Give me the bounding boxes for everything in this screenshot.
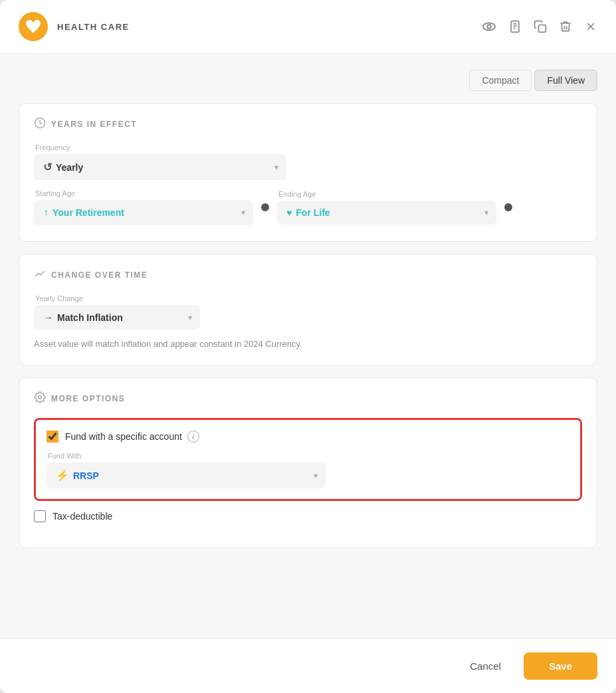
fund-with-label: Fund With (47, 452, 569, 460)
save-button[interactable]: Save (524, 652, 597, 680)
fund-with-select-display[interactable]: ⚡ RRSP (47, 462, 326, 488)
years-in-effect-title: YEARS IN EFFECT (51, 120, 137, 129)
rrsp-icon: ⚡ (56, 469, 69, 482)
change-over-time-title: CHANGE OVER TIME (51, 270, 148, 280)
fund-with-select-wrapper: ⚡ RRSP ▾ (47, 462, 326, 488)
starting-age-select-display[interactable]: ↑ Your Retirement (34, 200, 253, 225)
starting-age-value: Your Retirement (52, 207, 124, 218)
modal-container: HEALTH CARE (0, 0, 616, 693)
retirement-icon: ↑ (43, 207, 49, 219)
svg-point-1 (487, 25, 491, 29)
fund-with-value: RRSP (73, 470, 99, 481)
match-inflation-icon: → (43, 312, 53, 323)
starting-age-select-wrapper: ↑ Your Retirement ▾ (34, 200, 253, 225)
modal-body: Compact Full View YEARS IN EFFECT Freque… (0, 54, 616, 639)
years-in-effect-card: YEARS IN EFFECT Frequency ↺ Yearly ▾ (19, 103, 597, 242)
trash-icon[interactable] (559, 20, 572, 33)
svg-point-0 (483, 23, 495, 31)
age-connector-dot (261, 203, 269, 211)
ending-age-connector-dot (504, 203, 512, 211)
document-icon[interactable] (508, 20, 522, 33)
loop-icon: ↺ (43, 161, 52, 173)
ending-age-select-wrapper: ♥ For Life ▾ (277, 201, 496, 225)
ending-age-group: Ending Age ♥ For Life ▾ (277, 190, 496, 225)
eye-icon[interactable] (482, 19, 496, 34)
tax-deductible-label: Tax-deductible (52, 511, 112, 522)
fund-info-icon[interactable]: i (187, 431, 199, 443)
tax-deductible-row: Tax-deductible (34, 510, 582, 522)
frequency-select-display[interactable]: ↺ Yearly (34, 154, 286, 180)
more-options-title: MORE OPTIONS (51, 394, 125, 403)
yearly-change-value: Match Inflation (57, 312, 123, 323)
years-in-effect-header: YEARS IN EFFECT (34, 117, 582, 132)
frequency-label: Frequency (34, 144, 286, 151)
app-logo (19, 12, 48, 41)
starting-age-group: Starting Age ↑ Your Retirement ▾ (34, 189, 253, 225)
compact-view-button[interactable]: Compact (469, 70, 532, 91)
yearly-change-group: Yearly Change → Match Inflation ▾ (34, 294, 200, 330)
starting-age-label: Starting Age (34, 189, 253, 197)
frequency-select-wrapper: ↺ Yearly ▾ (34, 154, 286, 180)
inflation-info-text: Asset value will match inflation and app… (34, 339, 582, 349)
close-icon[interactable] (584, 20, 597, 33)
for-life-icon: ♥ (286, 207, 292, 218)
frequency-group: Frequency ↺ Yearly ▾ (34, 144, 286, 180)
cancel-button[interactable]: Cancel (457, 654, 514, 678)
age-row: Starting Age ↑ Your Retirement ▾ Ending … (34, 189, 582, 225)
copy-icon[interactable] (534, 20, 547, 33)
view-toggle-group: Compact Full View (19, 70, 597, 91)
yearly-change-select-wrapper: → Match Inflation ▾ (34, 305, 200, 330)
yearly-change-select-display[interactable]: → Match Inflation (34, 305, 200, 330)
fund-specific-account-row: Fund with a specific account i (47, 431, 569, 443)
ending-age-value: For Life (296, 207, 330, 218)
fund-specific-account-checkbox[interactable] (47, 431, 58, 443)
ending-age-label: Ending Age (277, 190, 496, 198)
more-options-card: MORE OPTIONS Fund with a specific accoun… (19, 377, 597, 548)
fund-specific-account-label: Fund with a specific account i (65, 431, 199, 443)
change-over-time-header: CHANGE OVER TIME (34, 268, 582, 282)
frequency-row: Frequency ↺ Yearly ▾ (34, 144, 582, 180)
full-view-button[interactable]: Full View (534, 70, 597, 91)
fund-specific-account-box: Fund with a specific account i Fund With… (34, 418, 582, 501)
frequency-value: Yearly (56, 162, 83, 173)
trend-icon (34, 268, 46, 282)
ending-age-select-display[interactable]: ♥ For Life (277, 201, 496, 225)
more-options-header: MORE OPTIONS (34, 391, 582, 406)
change-over-time-card: CHANGE OVER TIME Yearly Change → Match I… (19, 254, 597, 365)
svg-rect-6 (539, 25, 546, 33)
clock-icon (34, 117, 46, 132)
tax-deductible-checkbox[interactable] (34, 510, 46, 522)
gear-icon (34, 391, 46, 406)
yearly-change-label: Yearly Change (34, 294, 200, 302)
yearly-change-row: Yearly Change → Match Inflation ▾ (34, 294, 582, 330)
header-actions (482, 19, 597, 34)
modal-header: HEALTH CARE (0, 0, 616, 54)
modal-title: HEALTH CARE (57, 22, 472, 32)
svg-point-10 (39, 396, 42, 399)
fund-with-group: Fund With ⚡ RRSP ▾ (47, 452, 569, 488)
modal-footer: Cancel Save (0, 639, 616, 693)
